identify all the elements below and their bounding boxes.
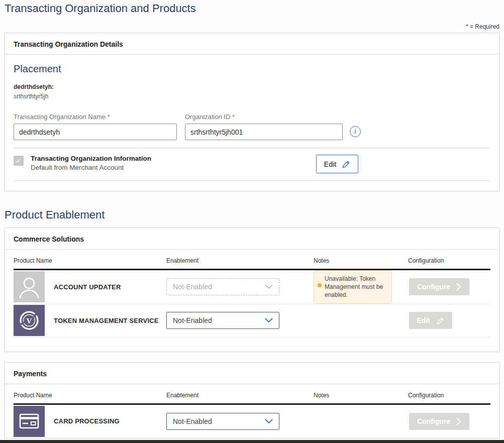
- col-enablement: Enablement: [166, 392, 314, 399]
- org-id-input[interactable]: [185, 124, 343, 140]
- product-name: CARD PROCESSING: [54, 417, 120, 425]
- enablement-value: Not-Enabled: [173, 283, 265, 291]
- chevron-right-icon: [456, 417, 461, 425]
- org-id-label: Organization ID *: [185, 113, 343, 121]
- chevron-down-icon: [265, 284, 273, 289]
- warning-dot-icon: [318, 283, 322, 287]
- payments-card-header: Payments: [5, 363, 499, 384]
- org-info-edit-button[interactable]: Edit: [316, 155, 358, 173]
- org-details-card-header: Transacting Organization Details: [5, 33, 499, 55]
- col-notes: Notes: [314, 257, 408, 264]
- pencil-icon: [342, 160, 351, 169]
- note-box: Unavailable: Token Management must be en…: [314, 270, 392, 304]
- required-note: * = Required: [0, 23, 499, 30]
- table-header-row: Product Name Enablement Notes Configurat…: [14, 384, 490, 405]
- col-product-name: Product Name: [14, 392, 166, 399]
- configure-button[interactable]: Configure: [409, 278, 469, 295]
- product-enablement-heading: Product Enablement: [5, 208, 504, 222]
- edit-button-label: Edit: [324, 160, 337, 168]
- enablement-value: Not-Enabled: [173, 316, 265, 324]
- org-details-card: Transacting Organization Details Placeme…: [4, 33, 500, 191]
- configure-button[interactable]: Configure: [409, 413, 469, 430]
- commerce-solutions-card-header: Commerce Solutions: [5, 228, 499, 250]
- product-name: ACCOUNT UPDATER: [54, 283, 121, 291]
- org-info-subtitle: Default from Merchant Account: [31, 164, 151, 171]
- product-name: TOKEN MANAGEMENT SERVICE: [54, 317, 159, 324]
- edit-button-label: Edit: [417, 316, 430, 324]
- col-enablement: Enablement: [166, 257, 314, 264]
- token-v-icon: V: [14, 305, 45, 336]
- pencil-icon: [436, 316, 445, 325]
- org-name-line: dedrthdsetyh:: [14, 83, 490, 90]
- table-row: CARD PROCESSING Not-Enabled Configure: [14, 405, 490, 438]
- chevron-down-icon: [265, 419, 273, 424]
- payments-card: Payments Product Name Enablement Notes C…: [4, 362, 500, 438]
- credit-card-icon: [14, 406, 45, 437]
- col-configuration: Configuration: [408, 392, 490, 399]
- svg-text:V: V: [27, 317, 32, 325]
- col-configuration: Configuration: [408, 257, 490, 264]
- org-name-input[interactable]: [14, 124, 177, 140]
- enablement-dropdown[interactable]: Not-Enabled: [166, 312, 279, 329]
- table-row: V TOKEN MANAGEMENT SERVICE Not-Enabled E…: [14, 304, 490, 338]
- note-text: Unavailable: Token Management must be en…: [325, 275, 383, 298]
- info-icon[interactable]: i: [350, 126, 361, 137]
- table-header-row: Product Name Enablement Notes Configurat…: [14, 250, 490, 270]
- col-product-name: Product Name: [14, 257, 166, 264]
- configure-button-label: Configure: [417, 417, 450, 425]
- page-title: Transacting Organization and Products: [5, 2, 504, 15]
- col-notes: Notes: [314, 392, 408, 399]
- org-name-label: Transacting Organization Name *: [14, 113, 177, 121]
- enablement-value: Not-Enabled: [173, 417, 265, 425]
- table-row: ACCOUNT UPDATER Not-Enabled Unavailable:…: [14, 270, 490, 304]
- org-info-checkbox[interactable]: ✓: [14, 156, 24, 166]
- edit-button[interactable]: Edit: [409, 312, 452, 329]
- cropped-bottom-rule: [0, 440, 504, 443]
- org-id-line: srthsrthtyr5jh: [14, 93, 490, 100]
- configure-button-label: Configure: [417, 283, 450, 291]
- org-info-title: Transacting Organization Information: [31, 155, 151, 162]
- commerce-solutions-card: Commerce Solutions Product Name Enableme…: [4, 228, 500, 352]
- placement-heading: Placement: [14, 63, 490, 75]
- person-icon: [14, 271, 45, 302]
- chevron-down-icon: [265, 318, 273, 323]
- enablement-dropdown: Not-Enabled: [166, 278, 279, 295]
- chevron-right-icon: [456, 283, 461, 291]
- enablement-dropdown[interactable]: Not-Enabled: [166, 413, 279, 430]
